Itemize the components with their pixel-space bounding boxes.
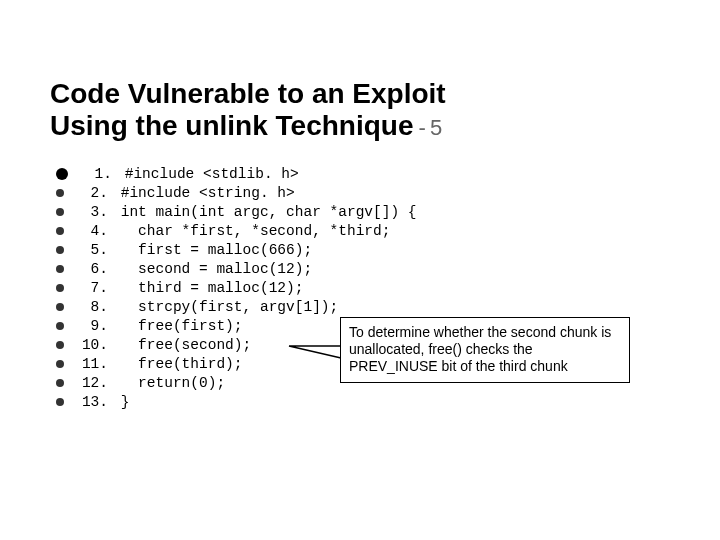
bullet-icon xyxy=(56,168,68,180)
line-number: 2. xyxy=(74,184,108,203)
code-row: 1. #include <stdlib. h> xyxy=(56,165,417,184)
bullet-icon xyxy=(56,303,64,311)
line-number: 10. xyxy=(74,336,108,355)
line-number: 7. xyxy=(74,279,108,298)
bullet-icon xyxy=(56,379,64,387)
code-text: #include <stdlib. h> xyxy=(116,165,299,184)
bullet-icon xyxy=(56,265,64,273)
code-row: 13. } xyxy=(56,393,417,412)
code-row: 2. #include <string. h> xyxy=(56,184,417,203)
code-row: 3. int main(int argc, char *argv[]) { xyxy=(56,203,417,222)
code-text: first = malloc(666); xyxy=(112,241,312,260)
callout-box: To determine whether the second chunk is… xyxy=(340,317,630,383)
callout-text: To determine whether the second chunk is… xyxy=(349,324,611,374)
code-text: third = malloc(12); xyxy=(112,279,303,298)
line-number: 8. xyxy=(74,298,108,317)
code-text: #include <string. h> xyxy=(112,184,295,203)
line-number: 4. xyxy=(74,222,108,241)
slide-title: Code Vulnerable to an Exploit Using the … xyxy=(50,78,650,142)
line-number: 6. xyxy=(74,260,108,279)
bullet-icon xyxy=(56,189,64,197)
bullet-icon xyxy=(56,227,64,235)
code-row: 8. strcpy(first, argv[1]); xyxy=(56,298,417,317)
bullet-icon xyxy=(56,208,64,216)
title-line-1: Code Vulnerable to an Exploit xyxy=(50,78,446,109)
bullet-icon xyxy=(56,398,64,406)
title-suffix: - 5 xyxy=(414,115,442,140)
bullet-icon xyxy=(56,341,64,349)
line-number: 3. xyxy=(74,203,108,222)
code-text: free(third); xyxy=(112,355,243,374)
code-text: second = malloc(12); xyxy=(112,260,312,279)
code-row: 6. second = malloc(12); xyxy=(56,260,417,279)
code-row: 5. first = malloc(666); xyxy=(56,241,417,260)
code-text: strcpy(first, argv[1]); xyxy=(112,298,338,317)
line-number: 12. xyxy=(74,374,108,393)
bullet-icon xyxy=(56,322,64,330)
code-text: return(0); xyxy=(112,374,225,393)
title-line-2: Using the unlink Technique xyxy=(50,110,414,141)
bullet-icon xyxy=(56,246,64,254)
code-text: free(first); xyxy=(112,317,243,336)
slide: Code Vulnerable to an Exploit Using the … xyxy=(0,0,720,540)
code-row: 4. char *first, *second, *third; xyxy=(56,222,417,241)
line-number: 13. xyxy=(74,393,108,412)
code-text: int main(int argc, char *argv[]) { xyxy=(112,203,417,222)
code-row: 7. third = malloc(12); xyxy=(56,279,417,298)
bullet-icon xyxy=(56,360,64,368)
code-text: } xyxy=(112,393,129,412)
bullet-icon xyxy=(56,284,64,292)
line-number: 5. xyxy=(74,241,108,260)
line-number: 11. xyxy=(74,355,108,374)
line-number: 9. xyxy=(74,317,108,336)
code-text: char *first, *second, *third; xyxy=(112,222,390,241)
line-number: 1. xyxy=(78,165,112,184)
code-text: free(second); xyxy=(112,336,251,355)
